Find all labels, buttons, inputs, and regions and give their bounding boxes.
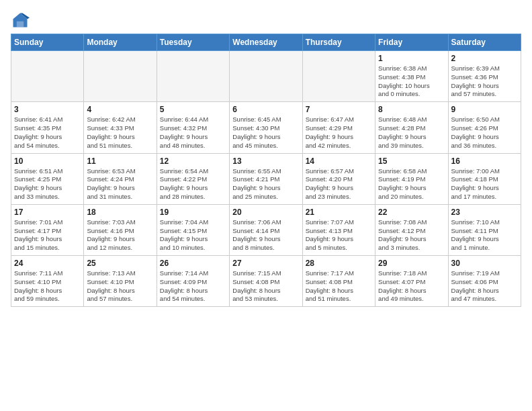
day-cell: 29Sunrise: 7:18 AM Sunset: 4:07 PM Dayli…: [375, 256, 448, 307]
week-row-5: 24Sunrise: 7:11 AM Sunset: 4:10 PM Dayli…: [11, 256, 521, 307]
day-number: 24: [14, 259, 81, 268]
day-number: 29: [378, 259, 445, 268]
day-info: Sunrise: 7:08 AM Sunset: 4:12 PM Dayligh…: [378, 218, 445, 253]
day-cell: 22Sunrise: 7:08 AM Sunset: 4:12 PM Dayli…: [375, 204, 448, 255]
day-info: Sunrise: 6:53 AM Sunset: 4:24 PM Dayligh…: [87, 167, 153, 201]
col-header-monday: Monday: [84, 34, 157, 51]
day-number: 9: [451, 105, 518, 114]
day-info: Sunrise: 7:11 AM Sunset: 4:10 PM Dayligh…: [14, 269, 81, 304]
day-info: Sunrise: 6:42 AM Sunset: 4:33 PM Dayligh…: [87, 116, 153, 150]
day-number: 10: [14, 156, 81, 166]
day-cell: 9Sunrise: 6:50 AM Sunset: 4:26 PM Daylig…: [448, 102, 521, 153]
day-info: Sunrise: 7:07 AM Sunset: 4:13 PM Dayligh…: [306, 218, 372, 253]
day-cell: [230, 51, 302, 102]
day-info: Sunrise: 6:55 AM Sunset: 4:21 PM Dayligh…: [232, 167, 299, 201]
day-info: Sunrise: 7:06 AM Sunset: 4:14 PM Dayligh…: [232, 218, 299, 253]
day-info: Sunrise: 6:57 AM Sunset: 4:20 PM Dayligh…: [306, 167, 372, 201]
day-cell: 13Sunrise: 6:55 AM Sunset: 4:21 PM Dayli…: [230, 153, 302, 204]
week-row-4: 17Sunrise: 7:01 AM Sunset: 4:17 PM Dayli…: [11, 204, 521, 255]
day-cell: [302, 51, 375, 102]
day-info: Sunrise: 6:38 AM Sunset: 4:38 PM Dayligh…: [378, 64, 445, 99]
day-cell: 11Sunrise: 6:53 AM Sunset: 4:24 PM Dayli…: [84, 153, 157, 204]
day-number: 27: [232, 259, 299, 268]
day-number: 26: [160, 259, 226, 268]
day-number: 2: [451, 54, 518, 63]
day-info: Sunrise: 6:54 AM Sunset: 4:22 PM Dayligh…: [160, 167, 226, 201]
day-cell: 24Sunrise: 7:11 AM Sunset: 4:10 PM Dayli…: [11, 256, 84, 307]
day-number: 8: [378, 105, 445, 114]
day-cell: 16Sunrise: 7:00 AM Sunset: 4:18 PM Dayli…: [448, 153, 521, 204]
week-row-3: 10Sunrise: 6:51 AM Sunset: 4:25 PM Dayli…: [11, 153, 521, 204]
day-cell: 10Sunrise: 6:51 AM Sunset: 4:25 PM Dayli…: [11, 153, 84, 204]
day-info: Sunrise: 6:48 AM Sunset: 4:28 PM Dayligh…: [378, 116, 445, 150]
header-row: SundayMondayTuesdayWednesdayThursdayFrid…: [11, 34, 521, 51]
day-cell: 19Sunrise: 7:04 AM Sunset: 4:15 PM Dayli…: [157, 204, 229, 255]
day-info: Sunrise: 6:51 AM Sunset: 4:25 PM Dayligh…: [14, 167, 81, 201]
day-number: 14: [306, 156, 372, 166]
day-cell: 25Sunrise: 7:13 AM Sunset: 4:10 PM Dayli…: [84, 256, 157, 307]
day-info: Sunrise: 7:18 AM Sunset: 4:07 PM Dayligh…: [378, 269, 445, 304]
day-info: Sunrise: 7:03 AM Sunset: 4:16 PM Dayligh…: [87, 218, 153, 253]
day-number: 11: [87, 156, 153, 166]
day-cell: 8Sunrise: 6:48 AM Sunset: 4:28 PM Daylig…: [375, 102, 448, 153]
day-info: Sunrise: 6:44 AM Sunset: 4:32 PM Dayligh…: [160, 116, 226, 150]
day-cell: 3Sunrise: 6:41 AM Sunset: 4:35 PM Daylig…: [11, 102, 84, 153]
day-cell: [11, 51, 84, 102]
day-cell: 26Sunrise: 7:14 AM Sunset: 4:09 PM Dayli…: [157, 256, 229, 307]
col-header-thursday: Thursday: [302, 34, 375, 51]
day-info: Sunrise: 7:00 AM Sunset: 4:18 PM Dayligh…: [451, 167, 518, 201]
day-info: Sunrise: 6:45 AM Sunset: 4:30 PM Dayligh…: [232, 116, 299, 150]
day-cell: 4Sunrise: 6:42 AM Sunset: 4:33 PM Daylig…: [84, 102, 157, 153]
day-info: Sunrise: 7:01 AM Sunset: 4:17 PM Dayligh…: [14, 218, 81, 253]
day-number: 21: [306, 208, 372, 217]
day-number: 23: [451, 208, 518, 217]
day-info: Sunrise: 6:39 AM Sunset: 4:36 PM Dayligh…: [451, 64, 518, 99]
day-cell: 28Sunrise: 7:17 AM Sunset: 4:08 PM Dayli…: [302, 256, 375, 307]
day-number: 16: [451, 156, 518, 166]
day-cell: 14Sunrise: 6:57 AM Sunset: 4:20 PM Dayli…: [302, 153, 375, 204]
day-cell: 12Sunrise: 6:54 AM Sunset: 4:22 PM Dayli…: [157, 153, 229, 204]
day-number: 3: [14, 105, 81, 114]
day-cell: [84, 51, 157, 102]
day-number: 13: [232, 156, 299, 166]
day-number: 1: [378, 54, 445, 63]
day-number: 28: [306, 259, 372, 268]
day-info: Sunrise: 6:50 AM Sunset: 4:26 PM Dayligh…: [451, 116, 518, 150]
day-number: 12: [160, 156, 226, 166]
day-number: 15: [378, 156, 445, 166]
day-number: 17: [14, 208, 81, 217]
day-cell: 1Sunrise: 6:38 AM Sunset: 4:38 PM Daylig…: [375, 51, 448, 102]
svg-rect-2: [17, 21, 24, 28]
col-header-saturday: Saturday: [448, 34, 521, 51]
day-cell: 2Sunrise: 6:39 AM Sunset: 4:36 PM Daylig…: [448, 51, 521, 102]
day-cell: 20Sunrise: 7:06 AM Sunset: 4:14 PM Dayli…: [230, 204, 302, 255]
day-number: 30: [451, 259, 518, 268]
day-info: Sunrise: 7:10 AM Sunset: 4:11 PM Dayligh…: [451, 218, 518, 253]
day-cell: 7Sunrise: 6:47 AM Sunset: 4:29 PM Daylig…: [302, 102, 375, 153]
calendar-table: SundayMondayTuesdayWednesdayThursdayFrid…: [11, 34, 521, 307]
day-cell: 30Sunrise: 7:19 AM Sunset: 4:06 PM Dayli…: [448, 256, 521, 307]
day-info: Sunrise: 7:13 AM Sunset: 4:10 PM Dayligh…: [87, 269, 153, 304]
day-cell: 17Sunrise: 7:01 AM Sunset: 4:17 PM Dayli…: [11, 204, 84, 255]
col-header-tuesday: Tuesday: [157, 34, 229, 51]
day-number: 19: [160, 208, 226, 217]
logo-icon: [11, 11, 30, 30]
day-info: Sunrise: 7:17 AM Sunset: 4:08 PM Dayligh…: [306, 269, 372, 304]
header: [11, 11, 521, 30]
week-row-2: 3Sunrise: 6:41 AM Sunset: 4:35 PM Daylig…: [11, 102, 521, 153]
day-number: 20: [232, 208, 299, 217]
col-header-friday: Friday: [375, 34, 448, 51]
day-number: 6: [232, 105, 299, 114]
week-row-1: 1Sunrise: 6:38 AM Sunset: 4:38 PM Daylig…: [11, 51, 521, 102]
day-number: 22: [378, 208, 445, 217]
day-info: Sunrise: 7:04 AM Sunset: 4:15 PM Dayligh…: [160, 218, 226, 253]
day-number: 4: [87, 105, 153, 114]
day-cell: 21Sunrise: 7:07 AM Sunset: 4:13 PM Dayli…: [302, 204, 375, 255]
day-number: 5: [160, 105, 226, 114]
day-info: Sunrise: 6:58 AM Sunset: 4:19 PM Dayligh…: [378, 167, 445, 201]
day-cell: [157, 51, 229, 102]
day-number: 7: [306, 105, 372, 114]
day-info: Sunrise: 7:15 AM Sunset: 4:08 PM Dayligh…: [232, 269, 299, 304]
day-number: 25: [87, 259, 153, 268]
day-cell: 15Sunrise: 6:58 AM Sunset: 4:19 PM Dayli…: [375, 153, 448, 204]
